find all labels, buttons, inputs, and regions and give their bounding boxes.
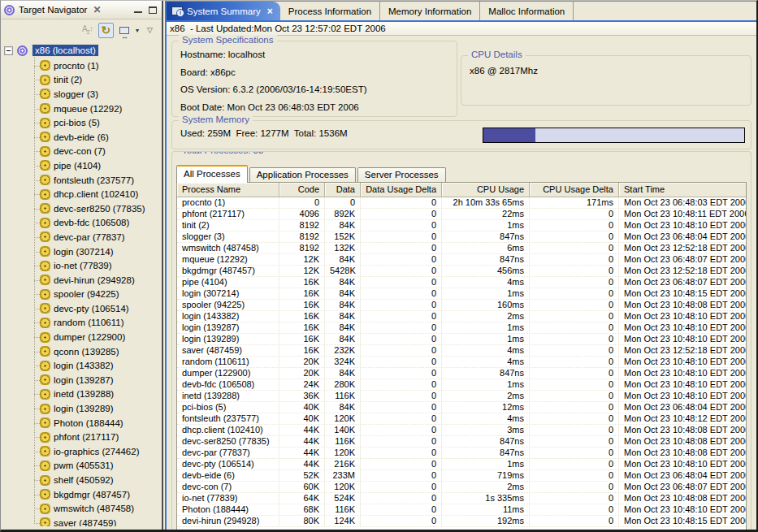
target-navigator-icon (4, 5, 15, 15)
table-row[interactable]: fontsleuth (237577)40K120K04ms0Mon Oct 2… (177, 413, 746, 425)
view-menu-button[interactable]: ▽ (142, 23, 158, 38)
tree-item[interactable]: devb-eide (6) (5, 130, 160, 145)
column-header-data-usage-delta[interactable]: Data Usage Delta (361, 183, 442, 197)
tree-item[interactable]: slogger (3) (5, 87, 160, 102)
column-header-cpu-usage-delta[interactable]: CPU Usage Delta (530, 183, 619, 197)
tree-root-row[interactable]: x86 (localhost) (5, 43, 160, 58)
layout-dropdown-icon[interactable]: ▾ (136, 27, 139, 34)
table-row[interactable]: pci-bios (5)40K84K012ms0Mon Oct 23 06:48… (177, 402, 746, 413)
table-row[interactable]: spooler (94225)16K84K0160ms0Mon Oct 23 1… (177, 300, 746, 311)
table-row[interactable]: random (110611)20K324K04ms0Mon Oct 23 10… (177, 357, 746, 368)
tree-item[interactable]: devc-pty (106514) (5, 301, 160, 316)
tree-item[interactable]: devi-hirun (294928) (5, 273, 160, 288)
table-row[interactable]: devi-hirun (294928)80K124K0192ms0Mon Oct… (177, 516, 746, 527)
tree-item[interactable]: saver (487459) (5, 516, 160, 526)
table-row[interactable]: mqueue (12292)12K84K0847ns0Mon Oct 23 06… (177, 254, 746, 266)
tree-item[interactable]: inetd (139288) (5, 387, 160, 402)
table-row[interactable]: devb-fdc (106508)24K280K01ms0Mon Oct 23 … (177, 379, 746, 391)
sort-az-button[interactable]: Az↑ (80, 23, 95, 38)
tree-item[interactable]: login (139289) (5, 401, 160, 416)
collapse-expander-icon[interactable] (5, 47, 12, 54)
tab-server-processes[interactable]: Server Processes (357, 167, 446, 183)
layout-button[interactable] (117, 23, 132, 38)
refresh-button[interactable]: ↻ (98, 23, 114, 38)
table-cell: 84K (325, 300, 361, 310)
tab-system-summary[interactable]: System Summary × (167, 2, 280, 20)
tree-item[interactable]: io-graphics (274462) (5, 444, 160, 459)
table-cell: Mon Oct 23 10:48:10 EDT 2006 (619, 459, 746, 469)
table-row[interactable]: bkgdmgr (487457)12K5428K0456ms0Mon Oct 2… (177, 266, 746, 277)
tree-item[interactable]: Photon (188444) (5, 416, 160, 430)
table-row[interactable]: login (139289)16K84K01ms0Mon Oct 23 10:4… (177, 334, 746, 345)
table-row[interactable]: inetd (139288)36K116K02ms0Mon Oct 23 10:… (177, 391, 746, 402)
tab-application-processes[interactable]: Application Processes (249, 167, 356, 183)
column-header-process-name[interactable]: Process Name (177, 183, 279, 197)
tree-item[interactable]: phfont (217117) (5, 430, 160, 444)
table-row[interactable]: login (139287)16K84K01ms0Mon Oct 23 10:4… (177, 322, 746, 334)
table-row[interactable]: io-net (77839)64K524K01s 335ms0Mon Oct 2… (177, 493, 746, 504)
table-row[interactable]: saver (487459)16K232K04ms0Mon Oct 23 12:… (177, 345, 746, 357)
tree-item[interactable]: io-net (77839) (5, 258, 160, 273)
process-gear-icon (41, 318, 50, 327)
tree-item-label: slogger (3) (54, 89, 98, 99)
tree-item[interactable]: devb-fdc (106508) (5, 216, 160, 231)
process-table: Process Name Code Data Data Usage Delta … (176, 182, 747, 532)
column-header-cpu-usage[interactable]: CPU Usage (442, 183, 530, 197)
table-row[interactable]: devc-ser8250 (77835)44K116K0847ns0Mon Oc… (177, 436, 746, 448)
tree-item[interactable]: devc-con (7) (5, 145, 160, 159)
minimize-icon[interactable] (134, 6, 142, 13)
tree-item[interactable]: procnto (1) (5, 58, 160, 73)
table-row[interactable]: slogger (3)8192152K0847ns0Mon Oct 23 06:… (177, 231, 746, 243)
tab-close-icon[interactable]: × (267, 6, 273, 17)
table-cell: 8192 (279, 220, 325, 231)
table-row[interactable]: phfont (217117)4096892K022ms0Mon Oct 23 … (177, 209, 746, 220)
table-row[interactable]: tinit (2)819284K01ms0Mon Oct 23 10:48:10… (177, 220, 746, 231)
tree-item[interactable]: qconn (139285) (5, 344, 160, 359)
tree-item[interactable]: mqueue (12292) (5, 102, 160, 116)
table-row[interactable]: devc-par (77837)44K120K0847ns0Mon Oct 23… (177, 448, 746, 459)
column-header-start-time[interactable]: Start Time (619, 183, 746, 197)
table-row[interactable]: pipe (4104)16K84K04ms0Mon Oct 23 06:48:0… (177, 277, 746, 288)
table-cell: 232K (325, 345, 361, 356)
column-header-data[interactable]: Data (325, 183, 361, 197)
tab-process-information[interactable]: Process Information (280, 2, 380, 20)
table-cell: 1ms (442, 459, 530, 469)
tree-item[interactable]: shelf (450592) (5, 473, 160, 487)
table-row[interactable]: devc-pty (106514)44K216K01ms0Mon Oct 23 … (177, 459, 746, 470)
column-header-code[interactable]: Code (279, 183, 325, 197)
tree-item[interactable]: pci-bios (5) (5, 115, 160, 130)
maximize-icon[interactable] (149, 6, 157, 14)
editor-tabbar: System Summary × Process Information Mem… (167, 1, 756, 20)
table-row[interactable]: devc-con (7)60K120K02ms0Mon Oct 23 06:48… (177, 482, 746, 493)
panel-close-icon[interactable]: ✕ (93, 4, 101, 15)
table-cell: 0 (530, 288, 619, 299)
tree-item[interactable]: login (307214) (5, 244, 160, 259)
table-row[interactable]: Photon (188444)68K116K011ms0Mon Oct 23 1… (177, 504, 746, 516)
table-row[interactable]: login (307214)16K84K01ms0Mon Oct 23 10:4… (177, 288, 746, 300)
tree-item[interactable]: dumper (122900) (5, 330, 160, 344)
tree-item[interactable]: dhcp.client (102410) (5, 187, 160, 201)
table-cell: 0 (361, 288, 442, 299)
tree-item[interactable]: login (143382) (5, 358, 160, 373)
tree-item[interactable]: random (110611) (5, 316, 160, 331)
tree-item[interactable]: pipe (4104) (5, 158, 160, 173)
tab-memory-information[interactable]: Memory Information (380, 2, 480, 20)
tree-item[interactable]: tinit (2) (5, 73, 160, 88)
table-row[interactable]: devb-eide (6)52K233M0719ms0Mon Oct 23 06… (177, 470, 746, 482)
tree-item[interactable]: devc-par (77837) (5, 230, 160, 244)
tree-item[interactable]: bkgdmgr (487457) (5, 487, 160, 502)
tree-root-label[interactable]: x86 (localhost) (32, 45, 98, 56)
table-row[interactable]: wmswitch (487458)8192132K06ms0Mon Oct 23… (177, 243, 746, 254)
table-row[interactable]: dhcp.client (102410)44K140K03ms0Mon Oct … (177, 425, 746, 436)
tree-item[interactable]: devc-ser8250 (77835) (5, 201, 160, 216)
table-row[interactable]: login (143382)16K84K02ms0Mon Oct 23 10:4… (177, 311, 746, 322)
table-row[interactable]: procnto (1)0002h 10m 33s 65ms171msMon Oc… (177, 197, 746, 209)
tree-item[interactable]: fontsleuth (237577) (5, 173, 160, 188)
tree-item[interactable]: pwm (405531) (5, 459, 160, 474)
tab-malloc-information[interactable]: Malloc Information (480, 2, 574, 20)
table-row[interactable]: dumper (122900)20K84K0847ns0Mon Oct 23 1… (177, 368, 746, 379)
tree-item[interactable]: login (139287) (5, 373, 160, 387)
tab-all-processes[interactable]: All Processes (176, 165, 248, 183)
tree-item[interactable]: wmswitch (487458) (5, 501, 160, 516)
tree-item[interactable]: spooler (94225) (5, 288, 160, 302)
